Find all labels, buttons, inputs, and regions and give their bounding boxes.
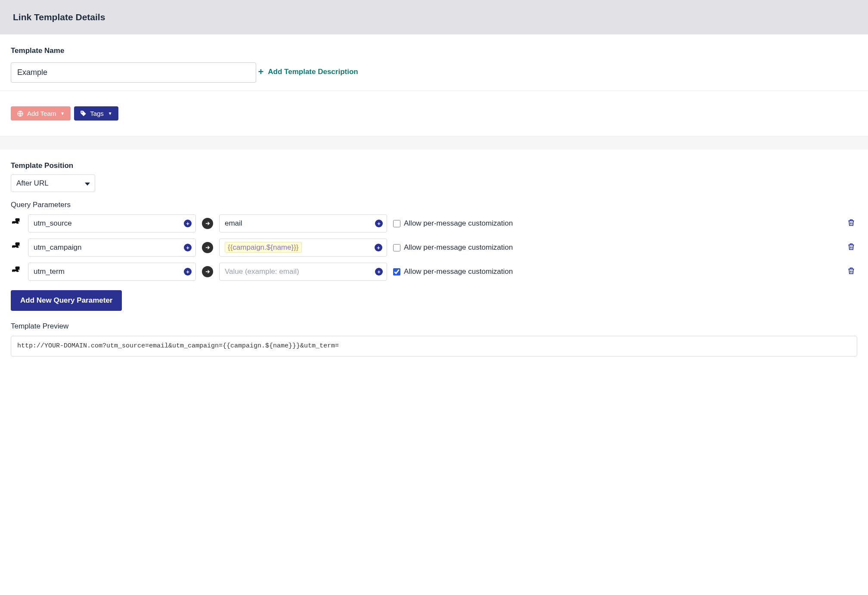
key-icon: [11, 218, 22, 229]
tags-label: Tags: [90, 110, 104, 117]
template-preview-label: Template Preview: [11, 322, 857, 331]
query-parameters-label: Query Parameters: [11, 201, 857, 209]
key-icon: [11, 267, 22, 277]
template-name-section: Template Name + Add Template Description: [0, 34, 868, 91]
tags-button[interactable]: Tags ▼: [74, 106, 118, 121]
add-team-label: Add Team: [27, 110, 56, 117]
plus-circle-icon[interactable]: +: [375, 244, 382, 251]
param-value-wrap: +: [219, 263, 387, 281]
page-title: Link Template Details: [13, 12, 855, 22]
trash-icon[interactable]: [847, 267, 857, 277]
tag-icon: [80, 110, 87, 117]
globe-icon: [17, 110, 24, 117]
param-value-display[interactable]: {{campaign.${name}}}+: [219, 239, 387, 257]
add-query-parameter-button[interactable]: Add New Query Parameter: [11, 290, 122, 311]
key-icon: [11, 242, 22, 253]
add-template-description-button[interactable]: + Add Template Description: [258, 67, 358, 77]
param-value-input[interactable]: [219, 263, 387, 281]
arrow-right-icon: [202, 242, 213, 253]
template-position-select-wrap: After URL: [11, 174, 95, 192]
allow-customization-label[interactable]: Allow per-message customization: [393, 267, 513, 276]
param-key-wrap: +: [28, 214, 196, 232]
template-position-group: Template Position After URL: [11, 161, 857, 192]
plus-circle-icon[interactable]: +: [375, 220, 383, 227]
template-body-section: Template Position After URL Query Parame…: [0, 149, 868, 382]
plus-circle-icon[interactable]: +: [184, 244, 192, 251]
query-parameters-group: Query Parameters ++Allow per-message cus…: [11, 201, 857, 311]
add-team-button[interactable]: Add Team ▼: [11, 106, 71, 121]
param-value-input[interactable]: [219, 214, 387, 232]
template-name-input[interactable]: [11, 62, 256, 83]
param-key-wrap: +: [28, 263, 196, 281]
trash-icon[interactable]: [847, 218, 857, 229]
query-parameters-rows: ++Allow per-message customization+{{camp…: [11, 214, 857, 281]
param-key-input[interactable]: [28, 239, 196, 257]
param-key-input[interactable]: [28, 214, 196, 232]
param-key-input[interactable]: [28, 263, 196, 281]
liquid-token: {{campaign.${name}}}: [225, 242, 302, 253]
template-preview-group: Template Preview http://YOUR-DOMAIN.com?…: [11, 322, 857, 356]
add-template-description-label: Add Template Description: [268, 68, 358, 76]
arrow-right-icon: [202, 266, 213, 277]
plus-circle-icon[interactable]: +: [375, 268, 383, 276]
query-param-row: ++Allow per-message customization: [11, 263, 857, 281]
query-param-row: +{{campaign.${name}}}+Allow per-message …: [11, 239, 857, 257]
plus-circle-icon[interactable]: +: [184, 220, 192, 227]
query-param-row: ++Allow per-message customization: [11, 214, 857, 232]
allow-customization-checkbox[interactable]: [393, 244, 400, 251]
caret-down-icon: ▼: [60, 111, 65, 116]
allow-customization-text: Allow per-message customization: [404, 219, 513, 228]
allow-customization-label[interactable]: Allow per-message customization: [393, 243, 513, 252]
allow-customization-label[interactable]: Allow per-message customization: [393, 219, 513, 228]
param-key-wrap: +: [28, 239, 196, 257]
plus-icon: +: [258, 67, 264, 77]
header-bar: Link Template Details: [0, 0, 868, 34]
template-preview-box: http://YOUR-DOMAIN.com?utm_source=email&…: [11, 336, 857, 356]
allow-customization-checkbox[interactable]: [393, 268, 400, 276]
arrow-right-icon: [202, 218, 213, 229]
section-divider: [0, 136, 868, 149]
svg-point-1: [81, 112, 83, 113]
template-position-select[interactable]: After URL: [11, 174, 95, 192]
tag-team-row: Add Team ▼ Tags ▼: [0, 91, 868, 136]
plus-circle-icon[interactable]: +: [184, 268, 192, 276]
allow-customization-text: Allow per-message customization: [404, 243, 513, 252]
param-value-wrap: +: [219, 214, 387, 232]
allow-customization-text: Allow per-message customization: [404, 267, 513, 276]
template-name-label: Template Name: [11, 46, 857, 55]
allow-customization-checkbox[interactable]: [393, 220, 400, 227]
template-position-label: Template Position: [11, 161, 857, 170]
caret-down-icon: ▼: [108, 111, 112, 116]
trash-icon[interactable]: [847, 242, 857, 253]
